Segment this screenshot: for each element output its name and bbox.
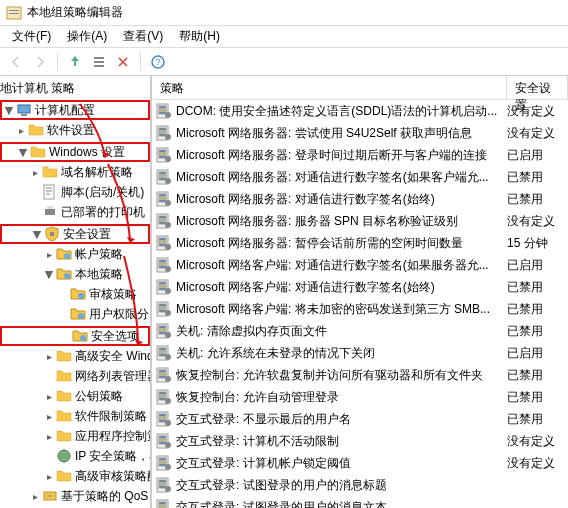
policy-row[interactable]: Microsoft 网络客户端: 对通信进行数字签名(始终)已禁用 bbox=[152, 276, 568, 298]
tree-computer-config[interactable]: ⯆ 计算机配置 bbox=[0, 100, 150, 120]
expand-icon[interactable]: ▸ bbox=[42, 249, 56, 260]
col-security[interactable]: 安全设置 bbox=[507, 76, 568, 99]
expand-icon[interactable]: ⯆ bbox=[16, 147, 30, 158]
tree-security-options[interactable]: 安全选项 bbox=[0, 326, 150, 346]
svg-rect-8 bbox=[18, 105, 30, 113]
tree-root[interactable]: 地计算机 策略 bbox=[0, 78, 150, 98]
tree-audit-policy[interactable]: 审核策略 bbox=[0, 284, 150, 304]
menu-action[interactable]: 操作(A) bbox=[59, 26, 115, 47]
policy-row[interactable]: 交互式登录: 计算机不活动限制没有定义 bbox=[152, 430, 568, 452]
svg-rect-3 bbox=[94, 57, 104, 59]
svg-rect-103 bbox=[159, 461, 166, 463]
svg-point-15 bbox=[64, 273, 70, 279]
policy-row[interactable]: Microsoft 网络服务器: 对通信进行数字签名(如果客户端允...已禁用 bbox=[152, 166, 568, 188]
svg-rect-9 bbox=[21, 114, 27, 116]
list-button[interactable] bbox=[89, 52, 109, 72]
policy-value: 15 分钟 bbox=[507, 235, 548, 252]
policy-name: 交互式登录: 试图登录的用户的消息文本 bbox=[176, 499, 507, 509]
svg-rect-27 bbox=[159, 128, 166, 130]
svg-text:?: ? bbox=[155, 57, 160, 67]
policy-row[interactable]: Microsoft 网络服务器: 服务器 SPN 目标名称验证级别没有定义 bbox=[152, 210, 568, 232]
svg-rect-10 bbox=[44, 185, 54, 199]
menu-file[interactable]: 文件(F) bbox=[4, 26, 59, 47]
menu-help[interactable]: 帮助(H) bbox=[171, 26, 228, 47]
tree-windows-settings[interactable]: ⯆ Windows 设置 bbox=[0, 142, 150, 162]
expand-icon[interactable]: ⯆ bbox=[42, 269, 56, 280]
policy-row[interactable]: DCOM: 使用安全描述符定义语言(SDDL)语法的计算机启动...没有定义 bbox=[152, 100, 568, 122]
policy-row[interactable]: 恢复控制台: 允许自动管理登录已禁用 bbox=[152, 386, 568, 408]
folder-icon bbox=[56, 348, 72, 364]
policy-icon bbox=[156, 477, 172, 493]
tree-local-policy[interactable]: ⯆ 本地策略 bbox=[0, 264, 150, 284]
policy-name: Microsoft 网络服务器: 对通信进行数字签名(始终) bbox=[176, 191, 507, 208]
tree-name-resolution[interactable]: ▸ 域名解析策略 bbox=[0, 162, 150, 182]
svg-rect-1 bbox=[9, 10, 19, 11]
policy-value: 已禁用 bbox=[507, 367, 543, 384]
svg-rect-72 bbox=[159, 326, 166, 328]
policy-folder-icon bbox=[72, 328, 88, 344]
policy-row[interactable]: 恢复控制台: 允许软盘复制并访问所有驱动器和所有文件夹已禁用 bbox=[152, 364, 568, 386]
svg-point-45 bbox=[165, 200, 171, 206]
svg-rect-13 bbox=[50, 232, 54, 236]
svg-point-80 bbox=[165, 354, 171, 360]
expand-icon[interactable]: ▸ bbox=[42, 391, 56, 402]
svg-rect-107 bbox=[159, 480, 166, 482]
policy-row[interactable]: 关机: 清除虚拟内存页面文件已禁用 bbox=[152, 320, 568, 342]
tree-qos[interactable]: ▸ 基于策略的 QoS bbox=[0, 486, 150, 506]
policy-row[interactable]: 交互式登录: 不显示最后的用户名已禁用 bbox=[152, 408, 568, 430]
expand-icon[interactable]: ⯆ bbox=[30, 229, 44, 240]
policy-value: 已启用 bbox=[507, 345, 543, 362]
expand-icon[interactable]: ▸ bbox=[42, 431, 56, 442]
tree-scripts[interactable]: 脚本(启动/关机) bbox=[0, 182, 150, 202]
policy-row[interactable]: Microsoft 网络客户端: 对通信进行数字签名(如果服务器允...已启用 bbox=[152, 254, 568, 276]
policy-name: Microsoft 网络服务器: 服务器 SPN 目标名称验证级别 bbox=[176, 213, 507, 230]
expand-icon[interactable]: ▸ bbox=[28, 167, 42, 178]
tree-account-policy[interactable]: ▸ 帐户策略 bbox=[0, 244, 150, 264]
tree-deployed-printers[interactable]: 已部署的打印机 bbox=[0, 202, 150, 222]
tree-security-settings[interactable]: ⯆ 安全设置 bbox=[0, 224, 150, 244]
policy-row[interactable]: 关机: 允许系统在未登录的情况下关闭已启用 bbox=[152, 342, 568, 364]
svg-point-30 bbox=[165, 134, 171, 140]
policy-row[interactable]: Microsoft 网络服务器: 尝试使用 S4U2Self 获取声明信息没有定… bbox=[152, 122, 568, 144]
menu-view[interactable]: 查看(V) bbox=[115, 26, 171, 47]
policy-value: 没有定义 bbox=[507, 213, 555, 230]
up-button[interactable] bbox=[65, 52, 85, 72]
tree-software-restrict[interactable]: ▸ 软件限制策略 bbox=[0, 406, 150, 426]
svg-rect-42 bbox=[159, 194, 166, 196]
policy-row[interactable]: 交互式登录: 试图登录的用户的消息文本 bbox=[152, 496, 568, 508]
expand-icon[interactable]: ▸ bbox=[28, 491, 42, 502]
tree-adv-audit[interactable]: ▸ 高级审核策略配 bbox=[0, 466, 150, 486]
tree-app-control[interactable]: ▸ 应用程序控制策略 bbox=[0, 426, 150, 446]
policy-row[interactable]: Microsoft 网络服务器: 登录时间过期后断开与客户端的连接已启用 bbox=[152, 144, 568, 166]
policy-row[interactable]: Microsoft 网络客户端: 将未加密的密码发送到第三方 SMB...已禁用 bbox=[152, 298, 568, 320]
expand-icon[interactable]: ▸ bbox=[42, 411, 56, 422]
policy-value: 已禁用 bbox=[507, 191, 543, 208]
policy-value: 已禁用 bbox=[507, 389, 543, 406]
policy-row[interactable]: 交互式登录: 试图登录的用户的消息标题 bbox=[152, 474, 568, 496]
policy-row[interactable]: Microsoft 网络服务器: 对通信进行数字签名(始终)已禁用 bbox=[152, 188, 568, 210]
expand-icon[interactable]: ⯆ bbox=[2, 105, 16, 116]
svg-rect-63 bbox=[159, 285, 166, 287]
expand-icon[interactable]: ▸ bbox=[14, 125, 28, 136]
policy-row[interactable]: 交互式登录: 计算机帐户锁定阈值没有定义 bbox=[152, 452, 568, 474]
tree-user-rights[interactable]: 用户权限分 bbox=[0, 304, 150, 324]
help-button[interactable]: ? bbox=[148, 52, 168, 72]
tree-netlist-mgr[interactable]: 网络列表管理器 bbox=[0, 366, 150, 386]
policy-folder-icon bbox=[70, 306, 86, 322]
svg-rect-92 bbox=[159, 414, 166, 416]
svg-rect-88 bbox=[159, 395, 166, 397]
expand-icon[interactable]: ▸ bbox=[42, 351, 56, 362]
tree-adv-firewall[interactable]: ▸ 高级安全 Windo bbox=[0, 346, 150, 366]
policy-name: 交互式登录: 不显示最后的用户名 bbox=[176, 411, 507, 428]
forward-button[interactable] bbox=[30, 52, 50, 72]
policy-icon bbox=[156, 191, 172, 207]
delete-button[interactable] bbox=[113, 52, 133, 72]
col-policy[interactable]: 策略 bbox=[152, 76, 507, 99]
expand-icon[interactable]: ▸ bbox=[42, 471, 56, 482]
tree-ipsec[interactable]: IP 安全策略，在 bbox=[0, 446, 150, 466]
policy-row[interactable]: Microsoft 网络服务器: 暂停会话前所需的空闲时间数量15 分钟 bbox=[152, 232, 568, 254]
back-button[interactable] bbox=[6, 52, 26, 72]
tree-pubkey-policy[interactable]: ▸ 公钥策略 bbox=[0, 386, 150, 406]
policy-value: 已禁用 bbox=[507, 279, 543, 296]
tree-software-settings[interactable]: ▸ 软件设置 bbox=[0, 120, 150, 140]
